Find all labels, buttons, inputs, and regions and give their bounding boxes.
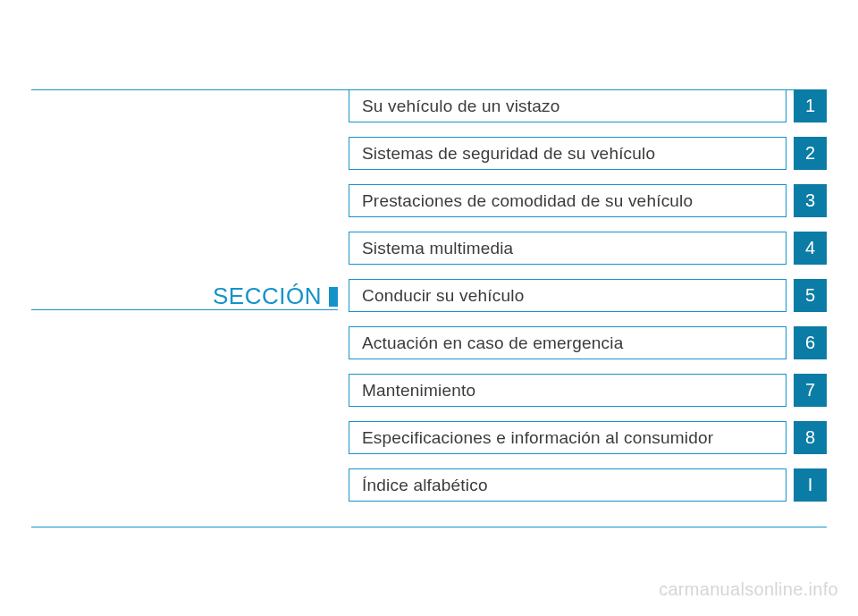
toc-item-label: Su vehículo de un vistazo	[349, 89, 786, 122]
toc-item-label: Prestaciones de comodidad de su vehículo	[349, 184, 786, 217]
toc-item-label: Sistemas de seguridad de su vehículo	[349, 137, 786, 170]
content-row: SECCIÓN Su vehículo de un vistazo 1 Sist…	[31, 89, 827, 502]
toc-item-number: 2	[794, 137, 827, 170]
toc-item-number: 6	[794, 326, 827, 359]
toc-row-overview[interactable]: Su vehículo de un vistazo 1	[349, 89, 827, 122]
section-label: SECCIÓN	[213, 283, 322, 310]
section-label-wrap: SECCIÓN	[31, 283, 338, 310]
toc-panel: Su vehículo de un vistazo 1 Sistemas de …	[349, 89, 827, 502]
toc-item-label: Sistema multimedia	[349, 232, 786, 265]
toc-item-number: 3	[794, 184, 827, 217]
toc-item-number: I	[794, 468, 827, 502]
bottom-divider	[31, 527, 827, 527]
toc-item-label: Índice alfabético	[349, 468, 786, 502]
section-marker-icon	[329, 287, 338, 307]
toc-row-comfort[interactable]: Prestaciones de comodidad de su vehículo…	[349, 184, 827, 217]
toc-row-safety[interactable]: Sistemas de seguridad de su vehículo 2	[349, 137, 827, 170]
toc-row-driving[interactable]: Conducir su vehículo 5	[349, 279, 827, 312]
toc-item-label: Mantenimiento	[349, 374, 786, 407]
toc-row-index[interactable]: Índice alfabético I	[349, 468, 827, 502]
toc-item-number: 5	[794, 279, 827, 312]
section-underline	[31, 309, 338, 310]
toc-item-label: Especificaciones e información al consum…	[349, 421, 786, 454]
toc-row-maintenance[interactable]: Mantenimiento 7	[349, 374, 827, 407]
toc-item-label: Actuación en caso de emergencia	[349, 326, 786, 359]
toc-item-number: 4	[794, 232, 827, 265]
toc-item-number: 1	[794, 89, 827, 122]
toc-row-multimedia[interactable]: Sistema multimedia 4	[349, 232, 827, 265]
watermark-text: carmanualsonline.info	[659, 579, 838, 600]
page-content: SECCIÓN Su vehículo de un vistazo 1 Sist…	[31, 89, 827, 502]
toc-item-number: 7	[794, 374, 827, 407]
toc-row-emergency[interactable]: Actuación en caso de emergencia 6	[349, 326, 827, 359]
toc-item-number: 8	[794, 421, 827, 454]
toc-row-specifications[interactable]: Especificaciones e información al consum…	[349, 421, 827, 454]
toc-item-label: Conducir su vehículo	[349, 279, 786, 312]
